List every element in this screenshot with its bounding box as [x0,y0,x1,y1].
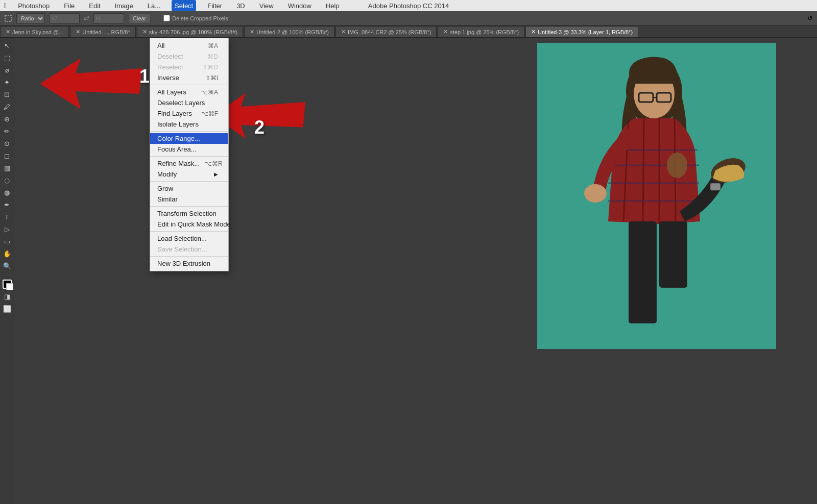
menu-item-all-layers[interactable]: All Layers ⌥⌘A [150,87,228,97]
magic-wand-tool[interactable]: ✦ [2,77,13,88]
svg-rect-0 [5,15,11,21]
menu-file[interactable]: File [61,0,78,11]
hand-tool[interactable]: ✋ [2,248,13,259]
tabs-bar: ✕ Jenn in Sky.psd @... ✕ Untitled-..., R… [0,26,817,38]
tab-step1[interactable]: ✕ step 1.jpg @ 25% (RGB/8*) [438,26,524,37]
pen-tool[interactable]: ✒ [2,199,13,210]
selection-tool[interactable]: ⬚ [2,52,13,63]
screen-mode[interactable]: ⬜ [2,303,13,314]
divider-5 [150,206,228,207]
menu-3d[interactable]: 3D [233,0,248,11]
foreground-color[interactable] [3,280,12,289]
svg-rect-18 [659,221,687,288]
text-tool[interactable]: T [2,211,13,222]
main-area: ↖ ⬚ ⌀ ✦ ⊡ 🖊 ⊕ ✏ ⊙ ◻ ▦ ◌ ◍ ✒ T ▷ ▭ ✋ 🔍 ◨ … [0,38,817,504]
tab-untitled[interactable]: ✕ Untitled-..., RGB/8* [70,26,136,37]
svg-line-9 [643,118,644,224]
menu-item-modify[interactable]: Modify ▶ [150,169,228,180]
canvas-area: 1 2 [14,38,817,504]
crop-tool[interactable]: ⊡ [2,89,13,100]
menu-item-similar[interactable]: Similar [150,194,228,205]
main-canvas-image [537,43,776,349]
dodge-tool[interactable]: ◍ [2,187,13,198]
menu-bar:  Photoshop File Edit Image La... Select… [0,0,817,11]
divider-2 [150,131,228,132]
blur-tool[interactable]: ◌ [2,174,13,186]
svg-rect-17 [629,221,657,323]
delete-cropped-label[interactable]: Delete Cropped Pixels [163,15,228,21]
brush-tool[interactable]: ✏ [2,125,13,137]
gradient-tool[interactable]: ▦ [2,162,13,173]
menu-item-new-3d-extrusion[interactable]: New 3D Extrusion [150,258,228,269]
menu-image[interactable]: Image [112,0,136,11]
menu-item-focus-area[interactable]: Focus Area... [150,144,228,155]
lasso-tool[interactable]: ⌀ [2,64,13,75]
menu-select[interactable]: Select [172,0,196,11]
select-dropdown-menu: All ⌘A Deselect ⌘D Reselect ⇧⌘D Inverse … [150,38,229,271]
stamp-tool[interactable]: ⊙ [2,138,13,149]
shape-tool[interactable]: ▭ [2,236,13,247]
menu-layer[interactable]: La... [145,0,163,11]
menu-photoshop[interactable]: Photoshop [15,0,53,11]
divider-3 [150,156,228,157]
menu-edit[interactable]: Edit [86,0,103,11]
left-toolbar: ↖ ⬚ ⌀ ✦ ⊡ 🖊 ⊕ ✏ ⊙ ◻ ▦ ◌ ◍ ✒ T ▷ ▭ ✋ 🔍 ◨ … [0,38,14,504]
menu-item-all[interactable]: All ⌘A [150,40,228,51]
height-input[interactable] [93,13,124,23]
move-tool[interactable]: ↖ [2,40,13,51]
menu-item-color-range[interactable]: Color Range... [150,133,228,144]
background-color[interactable] [6,283,13,290]
svg-point-21 [667,153,687,178]
tool-icon-area [4,14,12,22]
tab-jenn-sky[interactable]: ✕ Jenn in Sky.psd @... [0,26,69,37]
menu-view[interactable]: View [256,0,277,11]
menu-item-load-selection[interactable]: Load Selection... [150,233,228,244]
menu-item-quick-mask[interactable]: Edit in Quick Mask Mode [150,219,228,230]
menu-item-deselect[interactable]: Deselect ⌘D [150,51,228,62]
path-selection-tool[interactable]: ▷ [2,223,13,235]
eraser-tool[interactable]: ◻ [2,150,13,161]
svg-rect-20 [710,183,720,190]
tab-sky[interactable]: ✕ sky-428-706.jpg @ 100% (RGB/8#) [137,26,243,37]
menu-item-deselect-layers[interactable]: Deselect Layers [150,97,228,108]
width-input[interactable] [49,13,80,23]
eyedropper-tool[interactable]: 🖊 [2,101,13,112]
divider-7 [150,256,228,257]
menu-filter[interactable]: Filter [204,0,225,11]
menu-help[interactable]: Help [323,0,343,11]
refresh-icon: ↺ [807,14,813,22]
menu-window[interactable]: Window [285,0,315,11]
menu-item-inverse[interactable]: Inverse ⇧⌘I [150,72,228,83]
divider-4 [150,181,228,182]
quick-mask-toggle[interactable]: ◨ [2,291,13,302]
options-toolbar: Ratio ⇄ Clear Delete Cropped Pixels ↺ [0,11,817,26]
divider-6 [150,231,228,232]
menu-item-transform-selection[interactable]: Transform Selection [150,208,228,219]
svg-point-16 [584,184,607,203]
divider-1 [150,85,228,85]
menu-item-find-layers[interactable]: Find Layers ⌥⌘F [150,108,228,119]
tab-img0844[interactable]: ✕ IMG_0844.CR2 @ 25% (RGB/8*) [335,26,437,37]
healing-tool[interactable]: ⊕ [2,113,13,124]
delete-cropped-checkbox[interactable] [163,15,170,21]
clear-button[interactable]: Clear [128,13,151,23]
menu-item-reselect[interactable]: Reselect ⇧⌘D [150,62,228,72]
app-title: Adobe Photoshop CC 2014 [368,2,449,10]
swap-icon: ⇄ [84,14,89,22]
ratio-select[interactable]: Ratio [16,13,45,23]
tab-untitled3[interactable]: ✕ Untitled-3 @ 33.3% (Layer 1, RGB/8*) [525,26,638,37]
tab-untitled2[interactable]: ✕ Untitled-2 @ 100% (RGB/8#) [244,26,334,37]
menu-item-refine-mask[interactable]: Refine Mask... ⌥⌘R [150,158,228,169]
zoom-tool[interactable]: 🔍 [2,260,13,271]
apple-logo-icon:  [4,2,7,10]
divider [157,14,157,23]
menu-item-grow[interactable]: Grow [150,183,228,194]
menu-item-save-selection[interactable]: Save Selection... [150,244,228,255]
menu-item-isolate-layers[interactable]: Isolate Layers [150,119,228,130]
person-figure [567,48,746,349]
